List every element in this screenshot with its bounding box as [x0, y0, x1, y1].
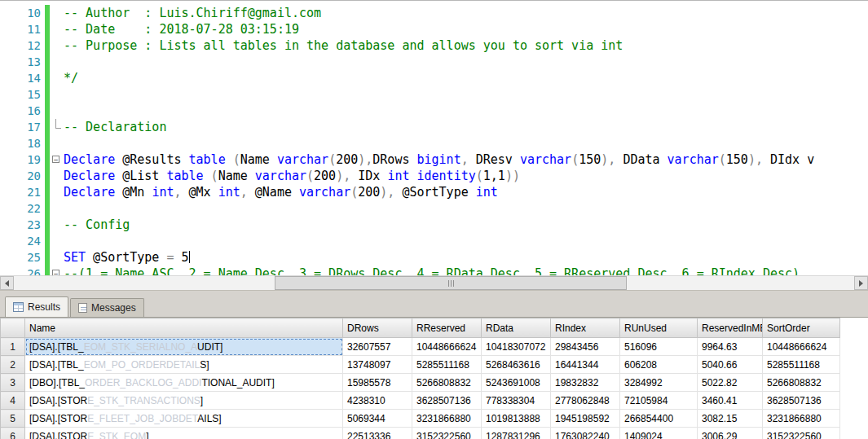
row-number[interactable]: 1	[1, 338, 25, 356]
editor-line[interactable]: 13	[0, 54, 868, 70]
collapse-box-icon[interactable]: −	[52, 156, 59, 163]
cell-name[interactable]: [DSA].[STORE_STK_TRANSACTIONS]	[25, 392, 343, 410]
editor-line[interactable]: 18	[0, 135, 868, 151]
row-number[interactable]: 6	[1, 428, 25, 439]
code-text[interactable]: -- Date : 2018-07-28 03:15:19	[64, 21, 868, 37]
cell-reservedinmb[interactable]: 9964.63	[698, 338, 763, 356]
editor-line[interactable]: 21Declare @Mn int, @Mx int, @Name varcha…	[0, 184, 868, 200]
line-number[interactable]: 22	[0, 200, 43, 217]
editor-line[interactable]: 16	[0, 103, 868, 119]
cell-rindex[interactable]: 2778062848	[551, 392, 620, 410]
code-text[interactable]	[64, 135, 868, 151]
column-header-rdata[interactable]: RData	[482, 318, 551, 338]
line-number[interactable]: 10	[0, 5, 43, 21]
column-header-runused[interactable]: RUnUsed	[620, 318, 698, 338]
cell-rdata[interactable]: 1287831296	[482, 428, 551, 439]
cell-rreserved[interactable]: 5285511168	[412, 356, 482, 374]
code-text[interactable]: SET @SortType = 5	[64, 249, 868, 266]
results-grid[interactable]: NameDRowsRReservedRDataRIndexRUnUsedRese…	[0, 317, 868, 439]
line-number[interactable]: 16	[0, 103, 43, 119]
editor-line[interactable]: 26−--(1 = Name ASC, 2 = Name Desc, 3 = D…	[0, 266, 868, 275]
editor-line[interactable]: 20Declare @List table (Name varchar(200)…	[0, 168, 868, 184]
editor-line[interactable]: 11-- Date : 2018-07-28 03:15:19	[0, 21, 868, 37]
cell-rdata[interactable]: 5268463616	[482, 356, 551, 374]
cell-runused[interactable]: 3284992	[620, 374, 698, 392]
code-text[interactable]	[64, 86, 868, 103]
line-number[interactable]: 23	[0, 217, 43, 233]
code-text[interactable]: Declare @Mn int, @Mx int, @Name varchar(…	[64, 184, 868, 200]
cell-rindex[interactable]: 1763082240	[551, 428, 620, 439]
cell-rreserved[interactable]: 5266808832	[412, 374, 482, 392]
cell-drows[interactable]: 4238310	[343, 392, 412, 410]
line-number[interactable]: 24	[0, 233, 43, 249]
code-text[interactable]: Declare @List table (Name varchar(200), …	[64, 168, 868, 184]
cell-rreserved[interactable]: 3152322560	[412, 428, 482, 439]
cell-drows[interactable]: 5069344	[343, 410, 412, 428]
column-header-rreserved[interactable]: RReserved	[412, 318, 482, 338]
scrollbar-thumb[interactable]	[275, 276, 627, 290]
cell-rindex[interactable]: 1945198592	[551, 410, 620, 428]
editor-line[interactable]: 25SET @SortType = 5	[0, 249, 868, 266]
cell-drows[interactable]: 22513336	[343, 428, 412, 439]
cell-sortorder[interactable]: 5285511168	[763, 356, 840, 374]
line-number[interactable]: 12	[0, 37, 43, 54]
code-text[interactable]: -- Purpose : Lists all tables in the dat…	[64, 37, 868, 54]
cell-name[interactable]: [DSA].[STORE_STK_EOM]	[25, 428, 343, 439]
editor-line[interactable]: 19−Declare @Results table (Name varchar(…	[0, 151, 868, 168]
cell-drows[interactable]: 13748097	[343, 356, 412, 374]
cell-runused[interactable]: 606208	[620, 356, 698, 374]
cell-reservedinmb[interactable]: 5040.66	[698, 356, 763, 374]
cell-reservedinmb[interactable]: 3082.15	[698, 410, 763, 428]
editor-line[interactable]: 23-- Config	[0, 217, 868, 233]
scroll-left-button[interactable]	[0, 276, 14, 290]
line-number[interactable]: 17	[0, 119, 43, 135]
collapse-box-icon[interactable]: −	[52, 270, 59, 275]
editor-line[interactable]: 12-- Purpose : Lists all tables in the d…	[0, 37, 868, 54]
cell-rindex[interactable]: 16441344	[551, 356, 620, 374]
cell-rreserved[interactable]: 10448666624	[412, 338, 482, 356]
code-text[interactable]	[64, 54, 868, 70]
cell-sortorder[interactable]: 3231866880	[763, 410, 840, 428]
row-number[interactable]: 2	[1, 356, 25, 374]
cell-drows[interactable]: 15985578	[343, 374, 412, 392]
cell-name[interactable]: [DSA].[TBL_EOM_PO_ORDERDETAILS]	[25, 356, 343, 374]
cell-drows[interactable]: 32607557	[343, 338, 412, 356]
editor-line[interactable]: 14*/	[0, 70, 868, 86]
code-text[interactable]: --(1 = Name ASC, 2 = Name Desc, 3 = DRow…	[64, 266, 868, 275]
editor-line[interactable]: 24	[0, 233, 868, 249]
line-number[interactable]: 11	[0, 21, 43, 37]
line-number[interactable]: 26	[0, 266, 43, 275]
editor-line[interactable]: 22	[0, 200, 868, 217]
cell-name[interactable]: [DSA].[STORE_FLEET_JOB_JOBDETAILS]	[25, 410, 343, 428]
line-number[interactable]: 19	[0, 151, 43, 168]
cell-sortorder[interactable]: 5266808832	[763, 374, 840, 392]
line-number[interactable]: 21	[0, 184, 43, 200]
cell-rindex[interactable]: 29843456	[551, 338, 620, 356]
code-text[interactable]	[64, 200, 868, 217]
column-header-drows[interactable]: DRows	[343, 318, 412, 338]
cell-reservedinmb[interactable]: 5022.82	[698, 374, 763, 392]
cell-runused[interactable]: 516096	[620, 338, 698, 356]
tab-results[interactable]: Results	[5, 296, 68, 317]
line-number[interactable]: 15	[0, 86, 43, 103]
code-text[interactable]: -- Declaration	[64, 119, 868, 135]
scrollbar-track[interactable]	[14, 276, 854, 290]
cell-rdata[interactable]: 10418307072	[482, 338, 551, 356]
line-number[interactable]: 25	[0, 249, 43, 266]
column-header-name[interactable]: Name	[25, 318, 343, 338]
column-header-sortorder[interactable]: SortOrder	[763, 318, 840, 338]
column-header-reservedinmb[interactable]: ReservedInMB	[698, 318, 763, 338]
line-number[interactable]: 14	[0, 70, 43, 86]
cell-sortorder[interactable]: 3152322560	[763, 428, 840, 439]
cell-rreserved[interactable]: 3231866880	[412, 410, 482, 428]
line-number[interactable]: 18	[0, 135, 43, 151]
code-text[interactable]: -- Author : Luis.Chiriff@gmail.com	[64, 5, 868, 21]
cell-rdata[interactable]: 778338304	[482, 392, 551, 410]
cell-runused[interactable]: 266854400	[620, 410, 698, 428]
cell-name[interactable]: [DBO].[TBL_ORDER_BACKLOG_ADDITIONAL_AUDI…	[25, 374, 343, 392]
code-text[interactable]: -- Config	[64, 217, 868, 233]
row-number[interactable]: 4	[1, 392, 25, 410]
cell-rreserved[interactable]: 3628507136	[412, 392, 482, 410]
cell-rdata[interactable]: 1019813888	[482, 410, 551, 428]
cell-rindex[interactable]: 19832832	[551, 374, 620, 392]
